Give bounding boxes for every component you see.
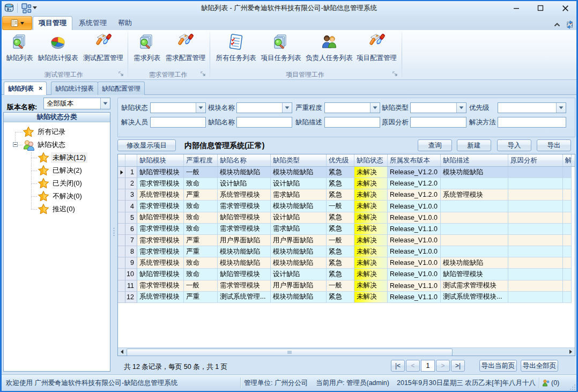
cell-解决方法[interactable] xyxy=(563,178,572,189)
cell-缺陷模块[interactable]: 需求管理模块 xyxy=(137,280,184,292)
tree-expander-collapse-icon[interactable] xyxy=(13,142,18,147)
cell-所属发布版本[interactable]: Release_V1.2.0 xyxy=(388,189,441,201)
cell-缺陷模块[interactable]: 系统管理模块 xyxy=(137,189,184,201)
cell-缺陷模块[interactable]: 缺陷管理模块 xyxy=(137,212,184,224)
cell-缺陷模块[interactable]: 需求管理模块 xyxy=(137,178,184,189)
cell-所属发布版本[interactable]: Release_V1.0.0 xyxy=(388,269,441,280)
cell-严重程度[interactable]: 严重 xyxy=(184,246,218,257)
document-tab-2[interactable]: 缺陷统计报表 xyxy=(51,82,98,95)
toolbar-button-导出[interactable]: 导出 xyxy=(537,139,571,151)
tree-node-未解决(12)[interactable]: 未解决(12) xyxy=(38,151,87,164)
column-header-优先级[interactable]: 优先级 xyxy=(327,154,354,166)
cell-原因分析[interactable] xyxy=(508,178,563,189)
cell-缺陷类型[interactable]: 设计缺陷 xyxy=(271,269,327,280)
combo-dropdown-button[interactable] xyxy=(196,103,205,113)
cell-原因分析[interactable] xyxy=(508,292,563,303)
cell-严重程度[interactable]: 一般 xyxy=(184,167,218,178)
cell-所属发布版本[interactable]: Release_V1.1.0 xyxy=(388,224,441,235)
cell-原因分析[interactable] xyxy=(508,201,563,212)
cell-原因分析[interactable] xyxy=(508,280,563,292)
combo-dropdown-button[interactable] xyxy=(370,103,380,113)
cell-缺陷类型[interactable]: 模块功能缺陷 xyxy=(271,257,327,269)
grid-row-1[interactable]: 1缺陷管理模块一般模块功能缺陷模块功能缺陷紧急未解决Release_V1.2.0… xyxy=(118,167,575,178)
cell-缺陷类型[interactable]: 用户界面缺陷 xyxy=(271,280,327,292)
last-page-button[interactable]: >| xyxy=(451,360,465,372)
cell-缺陷类型[interactable]: 需求缺陷 xyxy=(271,224,327,235)
cell-严重程度[interactable]: 一般 xyxy=(184,280,218,292)
cell-严重程度[interactable]: 严重 xyxy=(184,292,218,303)
cell-解决方法[interactable] xyxy=(563,280,572,292)
cell-优先级[interactable]: 一般 xyxy=(327,280,354,292)
cell-所属发布版本[interactable]: Release_V1.2.0 xyxy=(388,167,441,178)
cell-严重程度[interactable]: 严重 xyxy=(184,189,218,201)
cell-缺陷状态[interactable]: 未解决 xyxy=(354,178,388,189)
grid-row-6[interactable]: 6需求管理模块致命需求管理模块需求缺陷紧急未解决Release_V1.1.0 xyxy=(118,224,575,235)
grid-row-12[interactable]: 12系统管理模块严重测试系统管理...模块功能缺陷紧急未解决Release_V1… xyxy=(118,292,575,303)
cell-缺陷描述[interactable] xyxy=(441,201,508,212)
cell-缺陷名称[interactable]: 测试系统管理... xyxy=(218,292,271,303)
scroll-left-button[interactable] xyxy=(118,349,126,355)
cell-缺陷名称[interactable]: 模块功能缺陷 xyxy=(218,167,271,178)
scroll-right-button[interactable] xyxy=(567,349,575,355)
cell-缺陷名称[interactable]: 需求管理模块 xyxy=(218,201,271,212)
filter-input-解决人员[interactable] xyxy=(150,117,206,128)
cell-优先级[interactable]: 紧急 xyxy=(327,167,354,178)
tree-node-已解决(2)[interactable]: 已解决(2) xyxy=(38,164,84,177)
cell-所属发布版本[interactable]: Release_V1.0.0 xyxy=(388,201,441,212)
ribbon-item-项目任务列表[interactable]: 项目任务列表 xyxy=(258,32,303,67)
cell-缺陷名称[interactable]: 系统管理模块 xyxy=(218,189,271,201)
filter-combo-优先级[interactable] xyxy=(498,102,566,113)
maximize-button[interactable] xyxy=(531,1,550,15)
cell-缺陷类型[interactable]: 设计缺陷 xyxy=(271,178,327,189)
cell-解决方法[interactable] xyxy=(563,167,572,178)
grid-row-5[interactable]: 5缺陷管理模块致命缺陷管理模块设计缺陷紧急未解决Release_V1.0.0 xyxy=(118,212,575,224)
ribbon-tab-2[interactable]: 系统管理 xyxy=(73,16,112,30)
cell-所属发布版本[interactable]: Release_V1.1.0 xyxy=(388,292,441,303)
grid-row-10[interactable]: 10缺陷管理模块致命缺陷管理模块设计缺陷紧急未解决Release_V1.0.0缺… xyxy=(118,269,575,280)
cell-解决方法[interactable] xyxy=(563,201,572,212)
ribbon-item-缺陷列表[interactable]: 缺陷列表 xyxy=(3,32,36,67)
cell-缺陷类型[interactable]: 模块功能缺陷 xyxy=(271,292,327,303)
cell-解决方法[interactable] xyxy=(563,246,572,257)
column-header-解决方法[interactable]: 解决方法 xyxy=(563,154,572,166)
column-header-缺陷模块[interactable]: 缺陷模块 xyxy=(137,154,184,166)
cell-缺陷名称[interactable]: 需求管理模块 xyxy=(218,224,271,235)
cell-原因分析[interactable] xyxy=(508,224,563,235)
cell-严重程度[interactable]: 致命 xyxy=(184,224,218,235)
cell-缺陷名称[interactable]: 缺陷管理模块 xyxy=(218,269,271,280)
column-header-缺陷描述[interactable]: 缺陷描述 xyxy=(441,154,508,166)
cell-优先级[interactable]: 紧急 xyxy=(327,269,354,280)
grid-row-4[interactable]: 4需求管理模块致命需求管理模块模块功能缺陷一般未解决Release_V1.0.0 xyxy=(118,201,575,212)
cell-严重程度[interactable]: 致命 xyxy=(184,201,218,212)
close-button[interactable] xyxy=(556,1,574,15)
export-current-page-button[interactable]: 导出当前页 xyxy=(479,360,517,372)
cell-缺陷名称[interactable]: 模块功能缺陷 xyxy=(218,246,271,257)
cell-缺陷模块[interactable]: 系统管理模块 xyxy=(137,292,184,303)
cell-原因分析[interactable] xyxy=(508,257,563,269)
filter-input-原因分析[interactable] xyxy=(410,117,466,128)
cell-缺陷模块[interactable]: 缺陷管理模块 xyxy=(137,167,184,178)
grid-row-3[interactable]: 3系统管理模块严重系统管理模块需求缺陷紧急未解决Release_V1.2.0系统… xyxy=(118,189,575,201)
cell-原因分析[interactable] xyxy=(508,212,563,224)
cell-缺陷类型[interactable]: 需求缺陷 xyxy=(271,189,327,201)
cell-缺陷描述[interactable] xyxy=(441,178,508,189)
tab-close-icon[interactable]: × xyxy=(39,85,42,92)
grid-row-9[interactable]: 9系统管理模块致命模块功能缺陷模块功能缺陷紧急未解决Release_V1.0.0… xyxy=(118,257,575,269)
cell-缺陷模块[interactable]: 缺陷管理模块 xyxy=(137,269,184,280)
version-combo-button[interactable] xyxy=(100,98,110,109)
column-header-缺陷类型[interactable]: 缺陷类型 xyxy=(271,154,327,166)
cell-缺陷描述[interactable]: 缺陷管理模块 xyxy=(441,269,508,280)
sidebar-splitter[interactable] xyxy=(111,95,117,373)
cell-缺陷类型[interactable]: 用户界面缺陷 xyxy=(271,235,327,246)
cell-缺陷状态[interactable]: 未解决 xyxy=(354,246,388,257)
cell-所属发布版本[interactable]: Release_V1.2.0 xyxy=(388,178,441,189)
cell-解决方法[interactable] xyxy=(563,212,572,224)
cell-缺陷状态[interactable]: 未解决 xyxy=(354,201,388,212)
filter-input-缺陷描述[interactable] xyxy=(324,117,380,128)
filter-combo-缺陷状态[interactable] xyxy=(150,102,206,113)
toolbar-button-查询[interactable]: 查询 xyxy=(418,139,452,151)
combo-dropdown-button[interactable] xyxy=(556,103,566,113)
cell-缺陷名称[interactable]: 缺陷管理模块 xyxy=(218,212,271,224)
cell-缺陷状态[interactable]: 未解决 xyxy=(354,167,388,178)
export-all-pages-button[interactable]: 导出全部页 xyxy=(521,360,558,372)
